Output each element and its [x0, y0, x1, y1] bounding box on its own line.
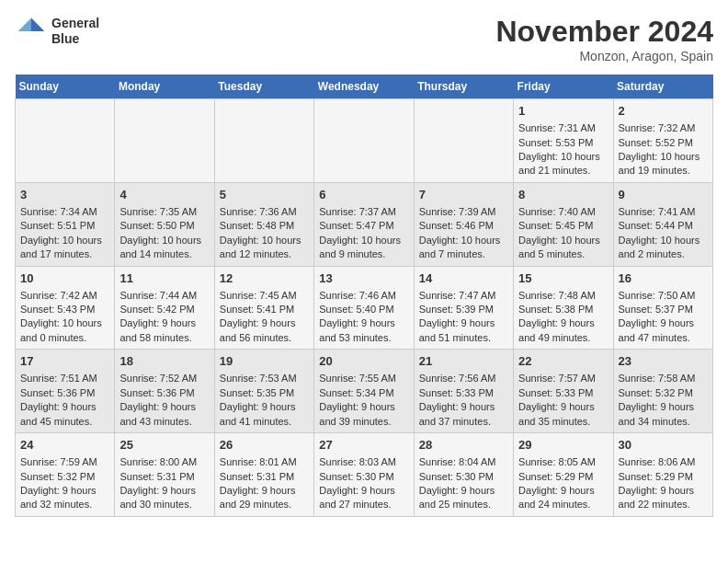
day-number: 24: [20, 437, 109, 454]
cell-text: Sunrise: 8:00 AM: [119, 455, 209, 469]
cell-text: Daylight: 9 hours: [319, 400, 408, 414]
cell-text: and 53 minutes.: [319, 331, 408, 345]
cell-text: and 41 minutes.: [220, 415, 309, 429]
cell-text: Sunset: 5:41 PM: [220, 303, 309, 316]
cell-text: and 17 minutes.: [20, 247, 109, 261]
weekday-header-saturday: Saturday: [613, 75, 712, 99]
cell-text: Sunrise: 7:58 AM: [619, 372, 708, 385]
day-number: 9: [619, 187, 708, 203]
logo: General Blue: [15, 15, 99, 48]
header-row: SundayMondayTuesdayWednesdayThursdayFrid…: [16, 75, 713, 99]
day-number: 29: [518, 437, 608, 454]
cell-text: Sunrise: 7:42 AM: [20, 289, 109, 303]
calendar-cell: 25Sunrise: 8:00 AMSunset: 5:31 PMDayligh…: [115, 433, 214, 517]
cell-text: Sunset: 5:35 PM: [220, 386, 309, 400]
cell-text: Sunrise: 8:06 AM: [619, 455, 708, 469]
cell-text: and 34 minutes.: [619, 415, 708, 429]
calendar-week-4: 17Sunrise: 7:51 AMSunset: 5:36 PMDayligh…: [16, 350, 713, 433]
cell-text: and 12 minutes.: [220, 247, 309, 261]
cell-text: Daylight: 9 hours: [20, 484, 109, 498]
cell-text: and 56 minutes.: [220, 331, 309, 345]
calendar-cell: [214, 99, 313, 183]
cell-text: Sunset: 5:46 PM: [419, 219, 508, 233]
day-number: 23: [619, 353, 708, 370]
cell-text: Sunrise: 7:31 AM: [518, 121, 608, 135]
svg-marker-0: [31, 18, 44, 31]
cell-text: and 51 minutes.: [419, 331, 508, 345]
cell-text: Daylight: 10 hours: [220, 234, 309, 247]
calendar-cell: 20Sunrise: 7:55 AMSunset: 5:34 PMDayligh…: [314, 350, 414, 433]
calendar-cell: 1Sunrise: 7:31 AMSunset: 5:53 PMDaylight…: [514, 99, 613, 183]
cell-text: Sunset: 5:42 PM: [119, 303, 209, 316]
day-number: 13: [319, 270, 408, 287]
cell-text: Sunrise: 7:52 AM: [119, 372, 209, 385]
cell-text: and 29 minutes.: [220, 498, 309, 511]
cell-text: Sunset: 5:31 PM: [220, 470, 309, 484]
cell-text: and 0 minutes.: [20, 331, 109, 345]
cell-text: Sunrise: 8:01 AM: [220, 455, 309, 469]
logo-line2: Blue: [51, 31, 99, 47]
cell-text: Daylight: 9 hours: [220, 484, 309, 498]
day-number: 7: [419, 187, 508, 203]
cell-text: and 25 minutes.: [419, 498, 508, 511]
cell-text: and 43 minutes.: [119, 415, 209, 429]
calendar-cell: 21Sunrise: 7:56 AMSunset: 5:33 PMDayligh…: [414, 350, 513, 433]
calendar-table: SundayMondayTuesdayWednesdayThursdayFrid…: [15, 75, 713, 517]
calendar-week-1: 1Sunrise: 7:31 AMSunset: 5:53 PMDaylight…: [16, 99, 713, 183]
calendar-cell: 17Sunrise: 7:51 AMSunset: 5:36 PMDayligh…: [16, 350, 115, 433]
calendar-cell: 13Sunrise: 7:46 AMSunset: 5:40 PMDayligh…: [314, 266, 414, 350]
calendar-cell: [16, 99, 115, 183]
day-number: 6: [319, 187, 408, 203]
day-number: 20: [319, 353, 408, 370]
day-number: 8: [518, 187, 608, 203]
calendar-cell: 7Sunrise: 7:39 AMSunset: 5:46 PMDaylight…: [414, 182, 513, 266]
calendar-cell: 5Sunrise: 7:36 AMSunset: 5:48 PMDaylight…: [214, 182, 313, 266]
cell-text: Daylight: 9 hours: [419, 400, 508, 414]
cell-text: Daylight: 9 hours: [419, 484, 508, 498]
cell-text: Sunrise: 7:56 AM: [419, 372, 508, 385]
calendar-cell: 23Sunrise: 7:58 AMSunset: 5:32 PMDayligh…: [613, 350, 712, 433]
calendar-cell: [314, 99, 414, 183]
cell-text: Sunset: 5:32 PM: [20, 470, 109, 484]
cell-text: Sunrise: 7:47 AM: [419, 289, 508, 303]
cell-text: Daylight: 10 hours: [119, 234, 209, 247]
day-number: 15: [518, 270, 608, 287]
cell-text: Sunrise: 7:48 AM: [518, 289, 608, 303]
calendar-cell: 12Sunrise: 7:45 AMSunset: 5:41 PMDayligh…: [214, 266, 313, 350]
calendar-week-3: 10Sunrise: 7:42 AMSunset: 5:43 PMDayligh…: [16, 266, 713, 350]
cell-text: Sunrise: 7:41 AM: [619, 205, 708, 219]
cell-text: and 45 minutes.: [20, 415, 109, 429]
calendar-cell: 26Sunrise: 8:01 AMSunset: 5:31 PMDayligh…: [214, 433, 313, 517]
cell-text: Sunset: 5:45 PM: [518, 219, 608, 233]
cell-text: and 32 minutes.: [20, 498, 109, 511]
cell-text: Sunset: 5:51 PM: [20, 219, 109, 233]
cell-text: and 30 minutes.: [119, 498, 209, 511]
cell-text: Sunrise: 7:37 AM: [319, 205, 408, 219]
cell-text: Sunset: 5:47 PM: [319, 219, 408, 233]
cell-text: Sunrise: 7:44 AM: [119, 289, 209, 303]
cell-text: Daylight: 10 hours: [419, 234, 508, 247]
calendar-cell: [414, 99, 513, 183]
cell-text: Sunset: 5:43 PM: [20, 303, 109, 316]
calendar-cell: 10Sunrise: 7:42 AMSunset: 5:43 PMDayligh…: [16, 266, 115, 350]
month-title: November 2024: [495, 15, 713, 49]
cell-text: and 27 minutes.: [319, 498, 408, 511]
cell-text: and 19 minutes.: [619, 164, 708, 178]
weekday-header-monday: Monday: [115, 75, 214, 99]
cell-text: Sunset: 5:30 PM: [319, 470, 408, 484]
calendar-cell: 8Sunrise: 7:40 AMSunset: 5:45 PMDaylight…: [514, 182, 613, 266]
calendar-cell: 14Sunrise: 7:47 AMSunset: 5:39 PMDayligh…: [414, 266, 513, 350]
calendar-cell: 15Sunrise: 7:48 AMSunset: 5:38 PMDayligh…: [514, 266, 613, 350]
cell-text: Daylight: 10 hours: [619, 234, 708, 247]
cell-text: Daylight: 10 hours: [619, 150, 708, 164]
cell-text: Sunset: 5:29 PM: [619, 470, 708, 484]
cell-text: Daylight: 9 hours: [419, 316, 508, 330]
calendar-week-2: 3Sunrise: 7:34 AMSunset: 5:51 PMDaylight…: [16, 182, 713, 266]
cell-text: and 39 minutes.: [319, 415, 408, 429]
cell-text: Sunrise: 7:59 AM: [20, 455, 109, 469]
cell-text: and 7 minutes.: [419, 247, 508, 261]
calendar-cell: 18Sunrise: 7:52 AMSunset: 5:36 PMDayligh…: [115, 350, 214, 433]
cell-text: Daylight: 9 hours: [119, 316, 209, 330]
cell-text: Sunset: 5:33 PM: [419, 386, 508, 400]
cell-text: Sunrise: 8:05 AM: [518, 455, 608, 469]
